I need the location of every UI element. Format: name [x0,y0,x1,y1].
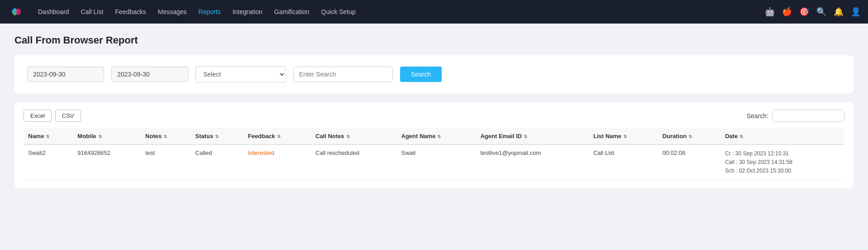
nav-link-messages[interactable]: Messages [153,5,192,18]
cell-notes: test [141,144,191,180]
user-icon[interactable]: 👤 [851,7,861,17]
nav-link-feedbacks[interactable]: Feedbacks [110,5,151,18]
nav-link-dashboard[interactable]: Dashboard [33,5,75,18]
cell-date: Cr : 30 Sep 2023 12:15:31 Call : 30 Sep … [720,144,844,180]
sort-icon: ⇅ [346,134,350,139]
table-body: Swati29164928652testCalledInterestedCall… [24,144,844,180]
cell-status: Called [191,144,243,180]
cell-name: Swati2 [24,144,73,180]
date-from-input[interactable] [27,67,104,82]
sort-icon: ⇅ [277,134,281,139]
col-header-duration[interactable]: Duration⇅ [658,128,721,144]
search-button[interactable]: Search [400,67,442,82]
table-header-row: Name⇅Mobile⇅Notes⇅Status⇅Feedback⇅Call N… [24,128,844,144]
table-head: Name⇅Mobile⇅Notes⇅Status⇅Feedback⇅Call N… [24,128,844,144]
col-header-name[interactable]: Name⇅ [24,128,73,144]
col-header-notes[interactable]: Notes⇅ [141,128,191,144]
navbar: DashboardCall ListFeedbacksMessagesRepor… [0,0,868,24]
search-input[interactable] [293,67,393,82]
page-title: Call From Browser Report [14,34,854,46]
nav-link-quick-setup[interactable]: Quick Setup [316,5,361,18]
sort-icon: ⇅ [46,134,49,139]
sort-icon: ⇅ [688,134,692,139]
search-icon[interactable]: 🔍 [816,7,826,17]
sort-icon: ⇅ [215,134,219,139]
sort-icon: ⇅ [524,134,527,139]
col-header-date[interactable]: Date⇅ [720,128,844,144]
cell-agent-name: Swati [397,144,476,180]
nav-link-reports[interactable]: Reports [193,5,226,18]
apple-icon[interactable]: 🍎 [782,7,792,17]
nav-links: DashboardCall ListFeedbacksMessagesRepor… [33,5,361,18]
table-card: Excel CSV Search: Name⇅Mobile⇅Notes⇅Stat… [14,102,854,188]
col-header-mobile[interactable]: Mobile⇅ [73,128,141,144]
sort-icon: ⇅ [98,134,102,139]
status-select[interactable]: Select [196,66,286,82]
cell-feedback: Interested [243,144,311,180]
col-header-agent-email-id[interactable]: Agent Email ID⇅ [476,128,589,144]
data-table: Name⇅Mobile⇅Notes⇅Status⇅Feedback⇅Call N… [24,128,844,181]
excel-button[interactable]: Excel [24,110,52,122]
cell-list-name: Call List [589,144,658,180]
cell-duration: 00:02:08 [658,144,721,180]
table-search-input[interactable] [772,110,844,122]
csv-button[interactable]: CSV [55,110,81,122]
android-icon[interactable]: 🤖 [765,7,775,17]
col-header-feedback[interactable]: Feedback⇅ [243,128,311,144]
col-header-status[interactable]: Status⇅ [191,128,243,144]
table-search-wrap: Search: [747,110,844,122]
nav-link-integration[interactable]: Integration [227,5,268,18]
nav-icons: 🤖 🍎 🎯 🔍 🔔 👤 [765,7,861,17]
cell-call-notes: Call rescheduled [311,144,396,180]
logo [7,3,25,21]
nav-link-call-list[interactable]: Call List [76,5,109,18]
bell-icon[interactable]: 🔔 [834,7,844,17]
col-header-call-notes[interactable]: Call Notes⇅ [311,128,396,144]
col-header-agent-name[interactable]: Agent Name⇅ [397,128,476,144]
filter-card: Select Search [14,55,854,93]
sort-icon: ⇅ [623,134,627,139]
sort-icon: ⇅ [437,134,441,139]
sort-icon: ⇅ [163,134,167,139]
table-toolbar: Excel CSV Search: [24,110,844,122]
date-to-input[interactable] [111,67,188,82]
target-icon[interactable]: 🎯 [799,7,809,17]
table-search-label: Search: [747,112,768,120]
col-header-list-name[interactable]: List Name⇅ [589,128,658,144]
sort-icon: ⇅ [739,134,743,139]
cell-agent-email: testlive1@yopmail.com [476,144,589,180]
nav-link-gamification[interactable]: Gamification [269,5,315,18]
table-row: Swati29164928652testCalledInterestedCall… [24,144,844,180]
cell-mobile: 9164928652 [73,144,141,180]
